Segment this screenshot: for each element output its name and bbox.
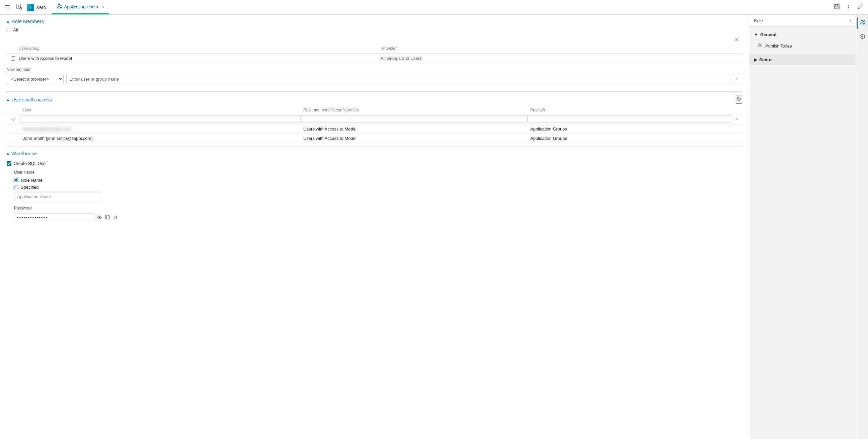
user-row-1-role: Users with Access to Model [301,124,528,134]
users-filter-row: ▽ × [7,114,742,124]
radio-role-name-row: Role Name [14,177,742,184]
svg-point-8 [58,4,60,6]
right-panel-expand-btn[interactable]: › [850,18,851,23]
create-sql-label: Create SQL User [14,161,47,166]
user-row-2-provider: Application Groups [528,134,732,143]
svg-rect-13 [106,216,110,219]
users-access-label: Users with access [11,97,52,102]
radio-specified-row: Specified [14,184,742,191]
filter-icon-cell: ▽ [7,114,20,124]
status-expand-arrow: ▶ [754,57,757,62]
publish-roles-item[interactable]: Publish Roles [749,40,856,52]
users-access-title[interactable]: ▴ Users with access [7,96,52,102]
topbar: ☰ [0,0,868,15]
filter-role-cell[interactable] [301,114,528,124]
user-row-1-provider: Application Groups [528,124,732,134]
general-section-arrow: ▼ [754,32,758,37]
specified-input[interactable] [14,192,101,201]
role-members-section: ▴ Role Members All × User/Group Provider [0,15,749,91]
provider-select[interactable]: <Select a provider> [7,74,64,84]
user-group-input[interactable] [66,74,729,84]
sidebar-cube-icon[interactable] [857,31,867,43]
sidebar-users-icon[interactable] [857,18,868,29]
right-panel-header: Role › [749,15,856,27]
warehouse-section: ▴ Warehouse Create SQL User User Name Ro… [0,147,749,229]
radio-specified[interactable] [14,185,19,189]
user-name-label: User Name [14,170,742,175]
publish-roles-gear-icon [757,42,763,49]
password-input[interactable] [14,213,94,222]
new-doc-icon[interactable] [15,2,24,12]
status-section-row[interactable]: ▶ Status [749,55,856,65]
tab-close-btn[interactable]: × [101,4,104,9]
user-row-1: someone@example.com Users with Access to… [7,124,742,134]
right-sidebar [856,15,868,439]
members-table-row: Users with Access to Model All Groups an… [7,54,742,63]
users-access-arrow: ▴ [7,96,9,102]
filter-user-input[interactable] [20,116,301,123]
svg-rect-12 [835,7,839,8]
svg-point-15 [861,21,863,23]
member-checkbox[interactable] [11,56,15,61]
new-member-row: <Select a provider> + [7,74,742,84]
xero-logo: Xero [27,4,46,11]
new-member-section: New member <Select a provider> + [7,63,742,88]
save-icon[interactable] [833,2,841,12]
publish-roles-label: Publish Roles [765,43,792,49]
filter-role-input[interactable] [301,116,528,123]
app-name-label: Xero [36,5,46,10]
filter-user-cell[interactable] [20,114,301,124]
warehouse-sub-section: User Name Role Name Specified Password 👁 [7,170,742,222]
create-sql-checkbox[interactable] [7,161,11,166]
tab-users-icon [57,4,62,10]
role-members-arrow: ▴ [7,18,9,24]
blurred-user-text: someone@example.com [23,126,71,131]
topbar-left: ☰ [3,2,46,12]
all-checkbox[interactable] [7,28,11,32]
close-members-btn[interactable]: × [735,36,739,43]
svg-point-14 [759,44,761,46]
new-member-label: New member [7,67,742,72]
more-options-icon[interactable]: ⋮ [844,3,852,12]
right-panel: Role › ▼ General Publish Roles [749,15,856,439]
warehouse-label: Warehouse [11,151,37,156]
password-row: 👁 ↺ [14,213,742,222]
users-access-header: ▴ Users with access ↻ [7,92,742,106]
users-access-table: User Role membership configuration Provi… [7,106,742,143]
svg-rect-11 [836,4,838,6]
refresh-password-btn[interactable]: ↺ [113,215,118,221]
filter-icon: ▽ [12,117,16,122]
edit-icon[interactable] [856,2,865,12]
warehouse-arrow: ▴ [7,150,9,156]
tabs: Application Users × [52,0,830,14]
tab-label: Application Users [64,4,98,9]
user-row-1-name: someone@example.com [20,124,301,134]
hamburger-icon[interactable]: ☰ [3,2,11,12]
right-panel-title: Role [754,18,763,23]
filter-clear-btn[interactable]: × [732,114,742,124]
general-section-label: General [760,32,776,37]
add-member-btn[interactable]: + [732,74,742,84]
member-row-checkbox[interactable] [7,56,19,61]
user-row-2-icon [7,134,20,143]
radio-role-name[interactable] [14,178,19,182]
refresh-users-btn[interactable]: ↻ [736,95,742,104]
col-user-name-header: User [20,106,301,114]
copy-password-btn[interactable] [105,215,111,221]
right-general-title[interactable]: ▼ General [749,29,856,40]
role-members-label: Role Members [11,19,44,24]
show-password-btn[interactable]: 👁 [97,215,102,221]
user-row-2-role: Users with Access to Model [301,134,528,143]
role-members-title[interactable]: ▴ Role Members [7,15,742,27]
col-user-header [7,106,20,114]
create-sql-row: Create SQL User [7,160,742,167]
filter-provider-input[interactable] [528,116,732,123]
status-label: Status [759,57,773,62]
users-table-header-row: User Role membership configuration Provi… [7,106,742,114]
col-header-user-group: User/Group [7,45,379,52]
filter-provider-cell[interactable] [528,114,732,124]
warehouse-title[interactable]: ▴ Warehouse [7,147,742,160]
tab-application-users[interactable]: Application Users × [52,0,109,14]
members-table-header: User/Group Provider [7,43,742,54]
col-role-membership-header: Role membership configuration [301,106,528,114]
